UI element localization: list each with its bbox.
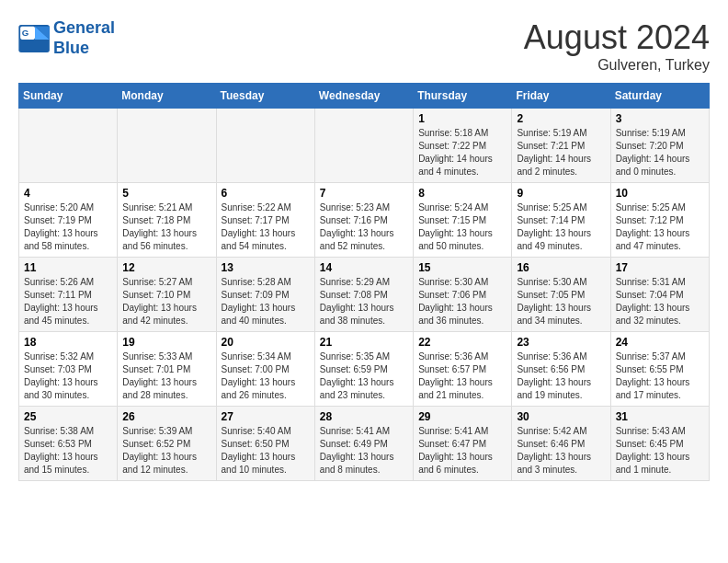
calendar-cell: 2Sunrise: 5:19 AM Sunset: 7:21 PM Daylig… <box>512 109 610 183</box>
day-info: Sunrise: 5:29 AM Sunset: 7:08 PM Dayligh… <box>320 276 408 327</box>
calendar-cell <box>216 109 314 183</box>
day-info: Sunrise: 5:36 AM Sunset: 6:56 PM Dayligh… <box>517 350 605 402</box>
calendar-cell: 5Sunrise: 5:21 AM Sunset: 7:18 PM Daylig… <box>118 183 216 258</box>
day-number: 18 <box>24 336 112 349</box>
day-number: 25 <box>24 410 112 423</box>
day-number: 28 <box>320 410 408 423</box>
calendar-cell: 11Sunrise: 5:26 AM Sunset: 7:11 PM Dayli… <box>19 258 118 332</box>
day-info: Sunrise: 5:34 AM Sunset: 7:00 PM Dayligh… <box>222 350 310 402</box>
day-info: Sunrise: 5:27 AM Sunset: 7:10 PM Dayligh… <box>122 276 210 327</box>
day-number: 20 <box>222 336 310 349</box>
calendar-cell: 14Sunrise: 5:29 AM Sunset: 7:08 PM Dayli… <box>314 258 413 332</box>
day-number: 30 <box>517 410 605 423</box>
calendar-cell: 29Sunrise: 5:41 AM Sunset: 6:47 PM Dayli… <box>414 407 512 481</box>
day-number: 11 <box>24 261 112 274</box>
calendar-cell: 28Sunrise: 5:41 AM Sunset: 6:49 PM Dayli… <box>314 407 413 481</box>
calendar-cell: 23Sunrise: 5:36 AM Sunset: 6:56 PM Dayli… <box>512 332 610 407</box>
day-info: Sunrise: 5:40 AM Sunset: 6:50 PM Dayligh… <box>222 425 310 477</box>
day-number: 6 <box>222 187 310 200</box>
calendar-cell: 4Sunrise: 5:20 AM Sunset: 7:19 PM Daylig… <box>19 183 118 258</box>
day-number: 9 <box>517 187 605 200</box>
day-info: Sunrise: 5:20 AM Sunset: 7:19 PM Dayligh… <box>24 201 112 253</box>
day-info: Sunrise: 5:22 AM Sunset: 7:17 PM Dayligh… <box>222 201 310 253</box>
header-monday: Monday <box>118 84 216 109</box>
day-number: 19 <box>122 336 210 349</box>
day-number: 26 <box>122 410 210 423</box>
calendar-week-3: 11Sunrise: 5:26 AM Sunset: 7:11 PM Dayli… <box>19 258 710 332</box>
calendar-week-5: 25Sunrise: 5:38 AM Sunset: 6:53 PM Dayli… <box>19 407 710 481</box>
header-thursday: Thursday <box>414 84 512 109</box>
day-info: Sunrise: 5:39 AM Sunset: 6:52 PM Dayligh… <box>122 425 210 477</box>
day-info: Sunrise: 5:19 AM Sunset: 7:21 PM Dayligh… <box>517 127 605 178</box>
day-info: Sunrise: 5:31 AM Sunset: 7:04 PM Dayligh… <box>616 276 704 327</box>
calendar-cell: 19Sunrise: 5:33 AM Sunset: 7:01 PM Dayli… <box>118 332 216 407</box>
day-info: Sunrise: 5:35 AM Sunset: 6:59 PM Dayligh… <box>320 350 408 402</box>
calendar-cell: 22Sunrise: 5:36 AM Sunset: 6:57 PM Dayli… <box>414 332 512 407</box>
day-info: Sunrise: 5:33 AM Sunset: 7:01 PM Dayligh… <box>122 350 210 402</box>
logo-icon: G <box>18 25 51 52</box>
day-number: 31 <box>616 410 704 423</box>
day-info: Sunrise: 5:38 AM Sunset: 6:53 PM Dayligh… <box>24 425 112 477</box>
subtitle: Gulveren, Turkey <box>524 57 710 74</box>
header-sunday: Sunday <box>19 84 118 109</box>
calendar-cell: 17Sunrise: 5:31 AM Sunset: 7:04 PM Dayli… <box>610 258 709 332</box>
day-info: Sunrise: 5:32 AM Sunset: 7:03 PM Dayligh… <box>24 350 112 402</box>
calendar-cell: 7Sunrise: 5:23 AM Sunset: 7:16 PM Daylig… <box>314 183 413 258</box>
calendar-cell: 24Sunrise: 5:37 AM Sunset: 6:55 PM Dayli… <box>610 332 709 407</box>
day-info: Sunrise: 5:43 AM Sunset: 6:45 PM Dayligh… <box>616 425 704 477</box>
header-wednesday: Wednesday <box>314 84 413 109</box>
day-info: Sunrise: 5:25 AM Sunset: 7:12 PM Dayligh… <box>616 201 704 253</box>
calendar-cell: 12Sunrise: 5:27 AM Sunset: 7:10 PM Dayli… <box>118 258 216 332</box>
day-info: Sunrise: 5:30 AM Sunset: 7:05 PM Dayligh… <box>517 276 605 327</box>
day-info: Sunrise: 5:41 AM Sunset: 6:49 PM Dayligh… <box>320 425 408 477</box>
calendar-cell: 25Sunrise: 5:38 AM Sunset: 6:53 PM Dayli… <box>19 407 118 481</box>
calendar-cell: 31Sunrise: 5:43 AM Sunset: 6:45 PM Dayli… <box>610 407 709 481</box>
header-saturday: Saturday <box>610 84 709 109</box>
day-info: Sunrise: 5:36 AM Sunset: 6:57 PM Dayligh… <box>418 350 506 402</box>
calendar-cell: 30Sunrise: 5:42 AM Sunset: 6:46 PM Dayli… <box>512 407 610 481</box>
day-info: Sunrise: 5:19 AM Sunset: 7:20 PM Dayligh… <box>616 127 704 178</box>
page-header: G General Blue August 2024 Gulveren, Tur… <box>18 18 710 74</box>
calendar-cell: 9Sunrise: 5:25 AM Sunset: 7:14 PM Daylig… <box>512 183 610 258</box>
header-friday: Friday <box>512 84 610 109</box>
day-number: 16 <box>517 261 605 274</box>
calendar-cell <box>314 109 413 183</box>
day-number: 22 <box>418 336 506 349</box>
calendar-cell: 3Sunrise: 5:19 AM Sunset: 7:20 PM Daylig… <box>610 109 709 183</box>
day-number: 21 <box>320 336 408 349</box>
day-info: Sunrise: 5:41 AM Sunset: 6:47 PM Dayligh… <box>418 425 506 477</box>
calendar-week-2: 4Sunrise: 5:20 AM Sunset: 7:19 PM Daylig… <box>19 183 710 258</box>
calendar-cell: 6Sunrise: 5:22 AM Sunset: 7:17 PM Daylig… <box>216 183 314 258</box>
day-number: 17 <box>616 261 704 274</box>
calendar-cell: 16Sunrise: 5:30 AM Sunset: 7:05 PM Dayli… <box>512 258 610 332</box>
calendar-week-1: 1Sunrise: 5:18 AM Sunset: 7:22 PM Daylig… <box>19 109 710 183</box>
logo: G General Blue <box>18 18 115 58</box>
day-number: 8 <box>418 187 506 200</box>
day-number: 23 <box>517 336 605 349</box>
day-info: Sunrise: 5:23 AM Sunset: 7:16 PM Dayligh… <box>320 201 408 253</box>
calendar-week-4: 18Sunrise: 5:32 AM Sunset: 7:03 PM Dayli… <box>19 332 710 407</box>
day-info: Sunrise: 5:26 AM Sunset: 7:11 PM Dayligh… <box>24 276 112 327</box>
calendar-cell: 18Sunrise: 5:32 AM Sunset: 7:03 PM Dayli… <box>19 332 118 407</box>
day-number: 13 <box>222 261 310 274</box>
calendar-cell: 20Sunrise: 5:34 AM Sunset: 7:00 PM Dayli… <box>216 332 314 407</box>
day-number: 14 <box>320 261 408 274</box>
day-info: Sunrise: 5:42 AM Sunset: 6:46 PM Dayligh… <box>517 425 605 477</box>
month-title: August 2024 <box>524 18 710 57</box>
calendar-cell: 26Sunrise: 5:39 AM Sunset: 6:52 PM Dayli… <box>118 407 216 481</box>
calendar-cell: 27Sunrise: 5:40 AM Sunset: 6:50 PM Dayli… <box>216 407 314 481</box>
header-tuesday: Tuesday <box>216 84 314 109</box>
calendar-cell <box>118 109 216 183</box>
logo-line2: Blue <box>53 39 89 57</box>
calendar-cell: 8Sunrise: 5:24 AM Sunset: 7:15 PM Daylig… <box>414 183 512 258</box>
day-number: 2 <box>517 112 605 125</box>
day-number: 1 <box>418 112 506 125</box>
day-info: Sunrise: 5:18 AM Sunset: 7:22 PM Dayligh… <box>418 127 506 178</box>
logo-line1: General <box>53 18 115 37</box>
day-number: 15 <box>418 261 506 274</box>
day-info: Sunrise: 5:28 AM Sunset: 7:09 PM Dayligh… <box>222 276 310 327</box>
day-info: Sunrise: 5:21 AM Sunset: 7:18 PM Dayligh… <box>122 201 210 253</box>
calendar-cell <box>19 109 118 183</box>
day-number: 3 <box>616 112 704 125</box>
calendar-table: SundayMondayTuesdayWednesdayThursdayFrid… <box>18 83 710 481</box>
